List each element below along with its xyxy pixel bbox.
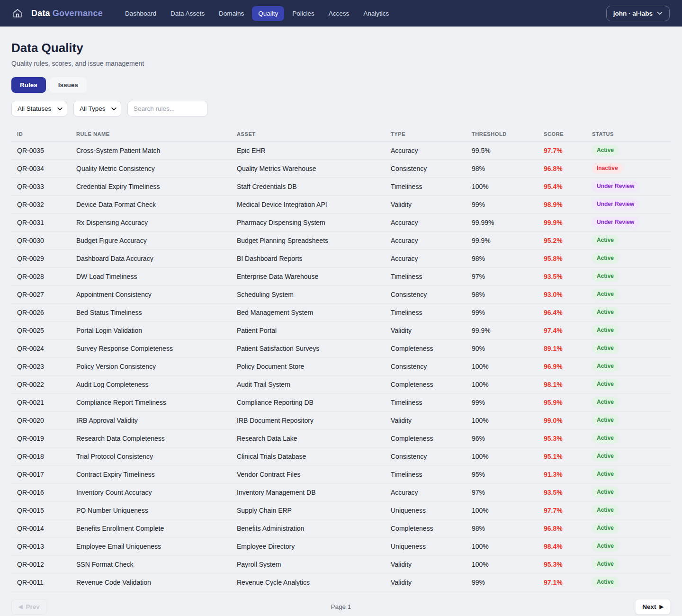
table-row[interactable]: QR-0031Rx Dispensing AccuracyPharmacy Di… [11,214,671,232]
pagination-prev-button[interactable]: ◀ Prev [11,599,47,615]
rule-id: QR-0026 [11,309,71,316]
status-cell: Active [586,325,671,335]
score-value: 95.9% [538,399,586,406]
rule-name: Compliance Report Timeliness [71,399,231,406]
rule-name: Credential Expiry Timeliness [71,183,231,190]
nav-item-access[interactable]: Access [323,6,356,21]
rule-name: Contract Expiry Timeliness [71,471,231,478]
status-badge: Active [592,379,619,389]
home-icon[interactable] [12,8,23,18]
status-badge: Active [592,451,619,461]
asset-name: Budget Planning Spreadsheets [231,237,385,244]
pagination-next-button[interactable]: Next ▶ [635,599,671,615]
asset-name: Employee Directory [231,543,385,550]
threshold-value: 99.5% [466,147,538,154]
rule-type: Consistency [385,165,466,172]
type-filter-select[interactable]: All Types [73,101,121,116]
threshold-value: 100% [466,183,538,190]
rule-name: Quality Metric Consistency [71,165,231,172]
table-row[interactable]: QR-0034Quality Metric ConsistencyQuality… [11,160,671,178]
table-row[interactable]: QR-0015PO Number UniquenessSupply Chain … [11,501,671,519]
rule-name: DW Load Timeliness [71,273,231,280]
type-filter-wrap: All Types [73,101,121,116]
rule-type: Timeliness [385,399,466,406]
rule-id: QR-0020 [11,417,71,424]
rule-type: Validity [385,327,466,334]
user-menu-button[interactable]: john · ai-labs [606,6,670,21]
tab-rules[interactable]: Rules [11,77,46,93]
table-row[interactable]: QR-0032Device Data Format CheckMedical D… [11,196,671,214]
rule-id: QR-0030 [11,237,71,244]
asset-name: Inventory Management DB [231,489,385,496]
table-row[interactable]: QR-0022Audit Log CompletenessAudit Trail… [11,375,671,393]
nav-item-policies[interactable]: Policies [286,6,321,21]
threshold-value: 98% [466,291,538,298]
rule-type: Timeliness [385,183,466,190]
table-row[interactable]: QR-0019Research Data CompletenessResearc… [11,429,671,447]
table-row[interactable]: QR-0025Portal Login ValidationPatient Po… [11,321,671,339]
rule-type: Timeliness [385,273,466,280]
threshold-value: 97% [466,273,538,280]
rule-name: Employee Email Uniqueness [71,543,231,550]
table-row[interactable]: QR-0018Trial Protocol ConsistencyClinica… [11,447,671,465]
rule-type: Completeness [385,435,466,442]
asset-name: IRB Document Repository [231,417,385,424]
asset-name: Supply Chain ERP [231,507,385,514]
brand-bold: Data [31,9,50,18]
table-row[interactable]: QR-0023Policy Version ConsistencyPolicy … [11,357,671,375]
table-row[interactable]: QR-0024Survey Response CompletenessPatie… [11,339,671,357]
asset-name: Pharmacy Dispensing System [231,219,385,226]
asset-name: Epic EHR [231,147,385,154]
threshold-value: 96% [466,435,538,442]
table-row[interactable]: QR-0026Bed Status TimelinessBed Manageme… [11,304,671,321]
column-header-threshold: Threshold [466,131,538,137]
rule-name: Survey Response Completeness [71,345,231,352]
nav-item-data-assets[interactable]: Data Assets [164,6,211,21]
table-row[interactable]: QR-0020IRB Approval ValidityIRB Document… [11,411,671,429]
table-row[interactable]: QR-0027Appointment ConsistencyScheduling… [11,286,671,304]
asset-name: Compliance Reporting DB [231,399,385,406]
tab-issues[interactable]: Issues [50,77,87,93]
score-value: 99.0% [538,417,586,424]
nav-item-analytics[interactable]: Analytics [357,6,395,21]
score-value: 95.3% [538,561,586,568]
nav-item-quality[interactable]: Quality [252,6,284,21]
status-filter-select[interactable]: All Statuses [11,101,67,116]
table-row[interactable]: QR-0014Benefits Enrollment CompleteBenef… [11,519,671,537]
status-filter-wrap: All Statuses [11,101,67,116]
score-value: 97.7% [538,507,586,514]
score-value: 99.9% [538,219,586,226]
table-row[interactable]: QR-0035Cross-System Patient MatchEpic EH… [11,142,671,160]
table-row[interactable]: QR-0028DW Load TimelinessEnterprise Data… [11,268,671,286]
status-badge: Active [592,541,619,551]
table-row[interactable]: QR-0016Inventory Count AccuracyInventory… [11,483,671,501]
rule-id: QR-0027 [11,291,71,298]
table-row[interactable]: QR-0013Employee Email UniquenessEmployee… [11,537,671,555]
rule-name: Revenue Code Validation [71,579,231,586]
table-row[interactable]: QR-0021Compliance Report TimelinessCompl… [11,393,671,411]
score-value: 98.1% [538,381,586,388]
nav-item-domains[interactable]: Domains [213,6,250,21]
rule-id: QR-0029 [11,255,71,262]
asset-name: Audit Trail System [231,381,385,388]
threshold-value: 99.9% [466,327,538,334]
status-cell: Under Review [586,199,671,209]
next-icon: ▶ [660,604,664,609]
rule-id: QR-0016 [11,489,71,496]
table-row[interactable]: QR-0017Contract Expiry TimelinessVendor … [11,465,671,483]
table-row[interactable]: QR-0011Revenue Code ValidationRevenue Cy… [11,573,671,591]
score-value: 93.0% [538,291,586,298]
rule-type: Uniqueness [385,507,466,514]
table-row[interactable]: QR-0012SSN Format CheckPayroll SystemVal… [11,555,671,573]
nav-item-dashboard[interactable]: Dashboard [119,6,162,21]
table-row[interactable]: QR-0029Dashboard Data AccuracyBI Dashboa… [11,250,671,268]
rule-id: QR-0031 [11,219,71,226]
score-value: 96.8% [538,165,586,172]
status-cell: Active [586,559,671,569]
table-row[interactable]: QR-0030Budget Figure AccuracyBudget Plan… [11,232,671,250]
brand-logo: DataGovernance [31,9,103,18]
search-input[interactable] [127,101,207,116]
asset-name: Revenue Cycle Analytics [231,579,385,586]
table-row[interactable]: QR-0033Credential Expiry TimelinessStaff… [11,178,671,196]
rule-name: Bed Status Timeliness [71,309,231,316]
